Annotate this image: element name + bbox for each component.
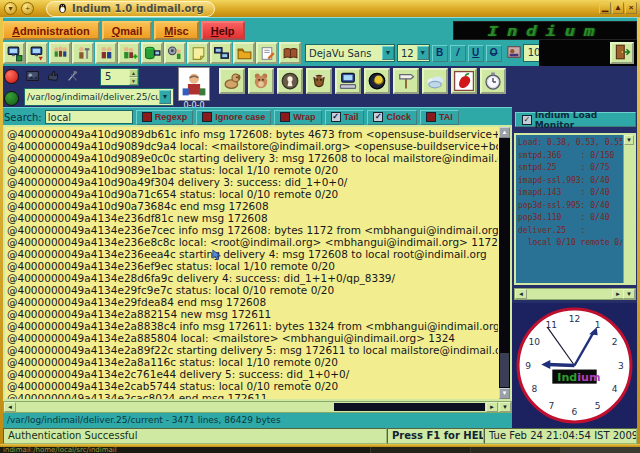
chili-icon[interactable] xyxy=(451,68,477,94)
monitor-line: local 0/10 remote 0/20 xyxy=(518,237,622,250)
option-ignore-case[interactable]: Ignore case xyxy=(196,110,271,125)
bold-button[interactable]: B xyxy=(432,45,448,62)
database-icon[interactable] xyxy=(141,42,163,64)
refresh-down-icon[interactable]: ▼ xyxy=(129,77,138,85)
menu-administration[interactable]: Administration xyxy=(2,21,100,40)
log-line: @4000000049a4134e29fc9e7c status: local … xyxy=(7,284,498,296)
watch-icon[interactable] xyxy=(480,68,506,94)
network-computer-icon[interactable] xyxy=(3,42,25,64)
scrollbar-thumb[interactable] xyxy=(334,403,485,411)
log-line: @4000000049a4134e236eea4c starting deliv… xyxy=(7,248,498,260)
tools-mini-icon[interactable] xyxy=(66,69,80,86)
taskbar-pager[interactable] xyxy=(560,447,640,453)
monitor-horizontal-scrollbar[interactable]: ◄ ► ▼ xyxy=(514,288,636,300)
services-icon[interactable] xyxy=(164,42,186,64)
option-tai[interactable]: TAI xyxy=(420,110,459,125)
menu-qmail[interactable]: Qmail xyxy=(102,21,153,40)
mascot-image-button[interactable] xyxy=(178,67,210,101)
scroll-up-icon[interactable]: ▲ xyxy=(499,127,510,138)
exit-button[interactable] xyxy=(610,42,634,64)
log-horizontal-scrollbar[interactable]: ◄ ► ▼ xyxy=(3,401,512,413)
option-regexp[interactable]: Regexp xyxy=(136,110,194,125)
menu-misc[interactable]: Misc xyxy=(154,21,198,40)
editor-icon[interactable] xyxy=(256,42,278,64)
bull-icon[interactable] xyxy=(306,68,332,94)
scrollbar-thumb[interactable] xyxy=(500,353,509,387)
lock-icon[interactable] xyxy=(277,68,303,94)
window-pin-button[interactable]: + xyxy=(21,2,34,15)
notes-icon[interactable] xyxy=(187,42,209,64)
go-light-button[interactable] xyxy=(4,91,19,106)
user-add-icon[interactable] xyxy=(118,42,140,64)
globe-icon[interactable] xyxy=(364,68,390,94)
load-monitor-text: Load: 0.38, 0.53, 0.55smtpd.366 : 0/150s… xyxy=(518,137,622,283)
underline-button[interactable]: U xyxy=(468,45,484,62)
hosts-icon[interactable] xyxy=(210,42,232,64)
datetime-display: Tue Feb 24 21:04:54 IST 2009 xyxy=(484,428,637,444)
user-pair-icon[interactable] xyxy=(95,42,117,64)
cloud-icon[interactable] xyxy=(422,68,448,94)
scroll-down-icon[interactable]: ▼ xyxy=(499,388,510,399)
path-dropdown-icon[interactable]: ▼ xyxy=(159,90,171,104)
scroll-corner-icon[interactable]: ▼ xyxy=(499,402,511,412)
log-vertical-scrollbar[interactable]: ▲ ▼ xyxy=(499,127,510,399)
stop-light-button[interactable] xyxy=(4,69,19,84)
option-tail[interactable]: ✓Tail xyxy=(325,110,365,125)
logfile-path-select[interactable]: /var/log/indimail/deliver.25/curren ▼ xyxy=(24,88,174,106)
log-line: @4000000049a4134e2a885804 local: <mailst… xyxy=(7,332,498,344)
font-size-select[interactable]: 12 ▼ xyxy=(397,44,430,62)
close-button[interactable]: × xyxy=(625,2,637,14)
remote-computer-icon[interactable] xyxy=(26,42,48,64)
taskbar-segment[interactable] xyxy=(370,447,471,453)
scroll-down-icon[interactable]: ▼ xyxy=(624,135,634,145)
load-monitor-header: ✓ Indium Load Monitor xyxy=(515,112,636,127)
scroll-left-icon[interactable]: ◄ xyxy=(4,402,16,412)
log-line: @4000000049a4134e2a89f22c starting deliv… xyxy=(7,344,498,356)
dog-icon[interactable] xyxy=(219,68,245,94)
checkbox-icon: ✓ xyxy=(373,112,383,122)
file-info-bar: /var/log/indimail/deliver.25/current - 3… xyxy=(3,413,512,428)
search-input[interactable] xyxy=(45,110,133,124)
option-wrap[interactable]: Wrap xyxy=(274,110,321,125)
svg-text:3: 3 xyxy=(618,361,624,371)
minimize-button[interactable]: ▁ xyxy=(599,2,611,14)
taskbar-entry[interactable]: indimail:/home/local/src/indimail xyxy=(3,447,117,453)
scroll-corner-icon[interactable]: ▼ xyxy=(623,289,635,299)
refresh-interval-spinner[interactable]: 5 ▲ ▼ xyxy=(100,68,139,86)
scroll-right-icon[interactable]: ► xyxy=(486,402,498,412)
log-line: @4000000049a410d90a73684c end msg 172608 xyxy=(7,200,498,212)
option-clock[interactable]: ✓Clock xyxy=(367,110,417,125)
titlebar[interactable]: ▾ + Indium 1.0 indimail.org ▁ ▲ × xyxy=(0,0,640,17)
signpost-icon[interactable] xyxy=(393,68,419,94)
desktop-taskbar[interactable]: indimail:/home/local/src/indimail xyxy=(0,447,640,453)
maximize-button[interactable]: ▲ xyxy=(612,2,624,14)
monitor-line: deliver.25 : xyxy=(518,225,622,238)
log-line: @4000000049a410d9089db61c info msg 17260… xyxy=(7,128,498,140)
taskbar-segment[interactable] xyxy=(470,447,561,453)
users-group-icon[interactable] xyxy=(49,42,71,64)
load-monitor-checkbox[interactable]: ✓ xyxy=(522,115,532,125)
monitor-vertical-scrollbar[interactable]: ▲ ▼ xyxy=(623,135,634,283)
italic-button[interactable]: / xyxy=(450,45,466,62)
log-line: @4000000049a4134e236e7cec info msg 17260… xyxy=(7,224,498,236)
picture-mini-icon[interactable] xyxy=(26,69,40,86)
font-family-dropdown-icon[interactable]: ▼ xyxy=(382,46,394,60)
help-hint: Press F1 for HELP xyxy=(387,428,484,444)
font-size-dropdown-icon[interactable]: ▼ xyxy=(417,46,429,60)
monitor-line: pop3d.110 : 0/40 xyxy=(518,212,622,225)
workstation-icon[interactable] xyxy=(335,68,361,94)
folder-icon[interactable] xyxy=(233,42,255,64)
grab-mini-icon[interactable] xyxy=(46,69,60,86)
scroll-left-icon[interactable]: ◄ xyxy=(515,289,527,299)
book-icon[interactable] xyxy=(279,42,301,64)
refresh-up-icon[interactable]: ▲ xyxy=(129,69,138,77)
menu-help[interactable]: Help xyxy=(201,21,245,40)
teddy-icon[interactable] xyxy=(248,68,274,94)
window-menu-button[interactable]: ▾ xyxy=(4,2,17,15)
overstrike-button[interactable]: O xyxy=(486,45,502,62)
user-config-icon[interactable] xyxy=(72,42,94,64)
picture-mini-icon xyxy=(507,45,521,62)
font-family-select[interactable]: DejaVu Sans ▼ xyxy=(305,44,395,62)
log-line: @4000000049a4134e236ef9ec status: local … xyxy=(7,260,498,272)
log-viewer[interactable]: @4000000049a410d9089db61c info msg 17260… xyxy=(3,125,512,401)
